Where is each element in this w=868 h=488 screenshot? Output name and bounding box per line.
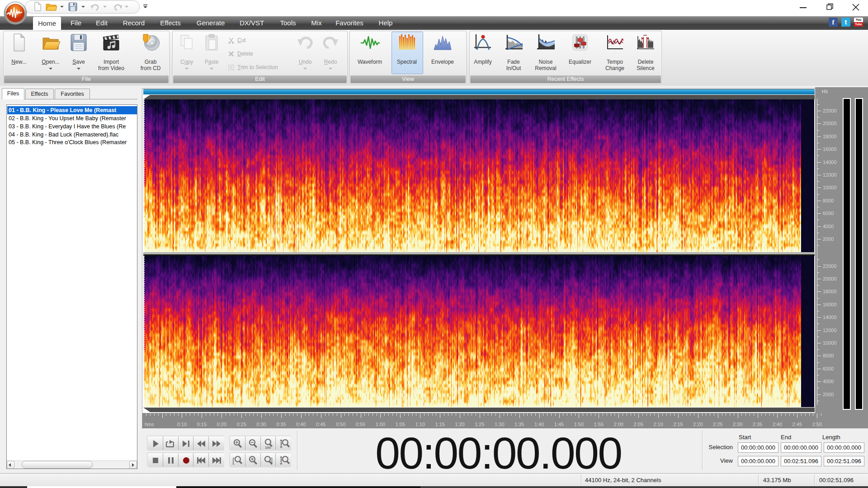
svg-text:[: [: [232, 457, 235, 465]
svg-text:]: ]: [270, 457, 272, 465]
svg-text:100: 100: [264, 446, 271, 450]
